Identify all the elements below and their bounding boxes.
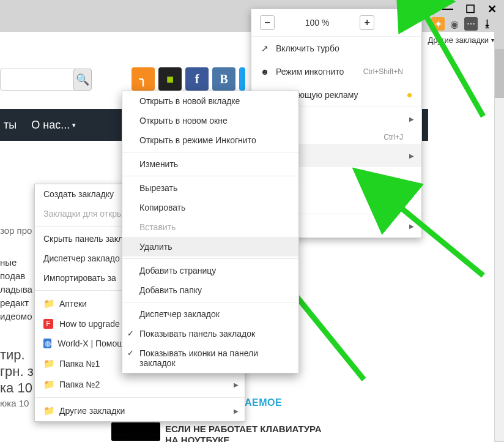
other-bookmarks-button[interactable]: Другие закладки ▾ <box>428 36 494 45</box>
menu-item-turbo[interactable]: ↗ Включить турбо <box>251 37 421 60</box>
page-text-fragment: зор про <box>0 224 32 238</box>
folder-icon: 📁 <box>43 358 53 369</box>
scrollbar-thumb[interactable] <box>495 49 504 98</box>
social-icons: ╮ ■ f B <box>132 67 245 91</box>
ctx-show-panel[interactable]: ✓Показывать панель закладок <box>122 324 298 343</box>
ctx-copy[interactable]: Копировать <box>122 198 298 217</box>
check-icon: ✓ <box>127 329 134 338</box>
ctx-open-new-tab[interactable]: Открыть в новой вкладке <box>122 91 298 111</box>
twitter-icon[interactable] <box>239 67 245 91</box>
shortcut-label: Ctrl+J <box>384 133 403 141</box>
article-thumbnail[interactable] <box>111 422 160 441</box>
extension-icon-2[interactable]: ◉ <box>448 17 461 31</box>
vk-icon[interactable]: B <box>212 67 235 91</box>
article-title[interactable]: ЕСЛИ НЕ РАБОТАЕТ КЛАВИАТУРА НА НОУТБУКЕ <box>165 424 322 442</box>
window-controls: — ☐ ✕ <box>435 0 504 18</box>
page-text-fragment: ка 10 <box>0 378 32 398</box>
page-text-fragment: ладыва <box>0 283 32 297</box>
chevron-right-icon: ▶ <box>234 408 239 414</box>
extension-icon-1[interactable]: ✦ <box>431 17 445 31</box>
chevron-right-icon: ▶ <box>409 116 414 122</box>
ctx-cut[interactable]: Вырезать <box>122 178 298 198</box>
ctx-edit[interactable]: Изменить <box>122 154 298 174</box>
scrollbar[interactable] <box>495 49 504 441</box>
favicon-icon: F <box>43 319 53 329</box>
search-button[interactable]: 🔍 <box>73 69 92 91</box>
shortcut-label: Ctrl+Shift+N <box>363 67 403 76</box>
ctx-paste: Вставить <box>122 217 298 237</box>
ctx-delete[interactable]: Удалить <box>122 237 298 257</box>
fullscreen-icon[interactable]: ⤢ <box>405 17 413 29</box>
status-dot-icon <box>407 93 412 97</box>
close-button[interactable]: ✕ <box>487 2 497 16</box>
menu-item-label: Включить турбо <box>276 43 339 53</box>
minimize-button[interactable]: — <box>442 2 453 16</box>
zoom-row: − 100 % + ⤢ <box>251 9 421 37</box>
chevron-right-icon: ▶ <box>234 381 239 388</box>
ctx-add-page[interactable]: Добавить страницу <box>122 261 298 280</box>
chevron-right-icon: ▶ <box>409 152 414 159</box>
rss-icon[interactable]: ╮ <box>132 67 155 91</box>
android-icon[interactable]: ■ <box>158 67 182 91</box>
search-input[interactable] <box>0 69 81 91</box>
downloads-icon[interactable]: ⭳ <box>481 17 494 31</box>
menu-item-incognito[interactable]: ☻ Режим инкогнито Ctrl+Shift+N <box>251 60 421 83</box>
folder-icon: 📁 <box>43 405 53 416</box>
extension-badges: ⤢ ✦ ◉ ⋯ ⭳ <box>431 17 494 31</box>
menu-item-label: Режим инкогнито <box>276 67 344 77</box>
page-text-fragment: подав <box>0 269 25 283</box>
bookmark-context-menu: Открыть в новой вкладке Открыть в новом … <box>122 91 299 373</box>
page-text-fragment: ные <box>0 256 17 270</box>
ctx-bookmark-manager[interactable]: Диспетчер закладок <box>122 304 298 324</box>
check-icon: ✓ <box>127 348 134 358</box>
page-text-fragment: редакт <box>0 296 29 310</box>
page-text-fragment: юка 10 <box>0 397 29 411</box>
globe-icon: ◍ <box>43 339 51 348</box>
ctx-show-icons[interactable]: ✓Показывать иконки на панели закладок <box>122 343 298 373</box>
ctx-open-new-window[interactable]: Открыть в новом окне <box>122 111 298 130</box>
chevron-down-icon: ▾ <box>72 121 76 129</box>
mask-icon: ☻ <box>260 67 270 77</box>
folder-icon: 📁 <box>43 379 53 390</box>
page-text-fragment: идеомо <box>0 310 32 324</box>
search-icon: 🔍 <box>76 73 89 86</box>
ctx-open-incognito[interactable]: Открыть в режиме Инкогнито <box>122 130 298 150</box>
rocket-icon: ↗ <box>260 43 270 53</box>
maximize-button[interactable]: ☐ <box>465 2 475 16</box>
zoom-in-button[interactable]: + <box>360 15 374 30</box>
ctx-add-folder[interactable]: Добавить папку <box>122 280 298 300</box>
other-bookmarks-label: Другие закладки <box>428 36 489 45</box>
bookmark-folder-other[interactable]: 📁Другие закладки▶ <box>35 400 245 421</box>
folder-icon: 📁 <box>43 298 53 309</box>
zoom-out-button[interactable]: − <box>260 15 275 30</box>
nav-item-about[interactable]: О нас...▾ <box>31 119 76 132</box>
chevron-right-icon: ▶ <box>409 223 414 230</box>
chevron-down-icon: ▾ <box>491 37 494 43</box>
bookmark-folder-2[interactable]: 📁Папка №2▶ <box>35 374 245 395</box>
facebook-icon[interactable]: f <box>185 67 209 91</box>
menu-icon[interactable]: ⋯ <box>464 17 478 31</box>
nav-item-ty[interactable]: ты <box>4 119 17 132</box>
zoom-value: 100 % <box>305 18 330 28</box>
